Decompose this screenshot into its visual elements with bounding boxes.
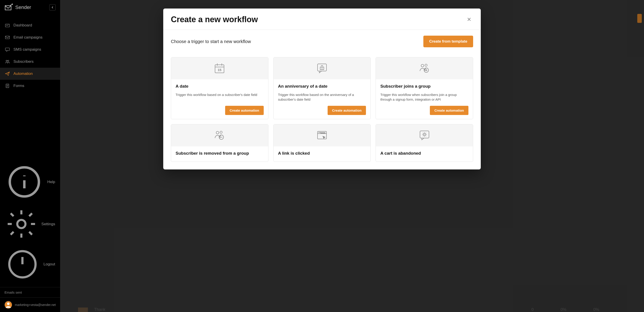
trigger-content: A date Trigger this workflow based on a …	[171, 79, 268, 119]
trigger-content: A link is clicked	[274, 146, 371, 162]
trigger-icon-area	[274, 57, 371, 79]
svg-rect-25	[321, 132, 325, 133]
modal-header: Create a new workflow ✕	[163, 8, 481, 30]
trigger-desc: Trigger this workflow based on the anniv…	[278, 92, 366, 102]
svg-point-17	[425, 64, 427, 66]
svg-point-23	[319, 132, 319, 133]
gift-chat-icon	[316, 62, 328, 75]
trigger-card-cart-abandoned[interactable]: A cart is abandoned	[376, 124, 473, 162]
trigger-btn-row: Create automation	[380, 106, 468, 115]
trigger-icon-area	[171, 124, 268, 146]
trigger-icon-area	[376, 124, 473, 146]
svg-text:15: 15	[218, 68, 222, 72]
app-container: Sender Dashboard Email campaigns SMS cam…	[0, 0, 644, 312]
modal-subtitle: Choose a trigger to start a new workflow	[171, 39, 251, 44]
trigger-btn-row: Create automation	[278, 106, 366, 115]
users-minus-icon	[213, 129, 226, 142]
trigger-icon-area	[274, 124, 371, 146]
trigger-card-date[interactable]: 15 A date Trigger this workflow based on…	[171, 57, 268, 119]
svg-rect-26	[420, 131, 429, 138]
trigger-icon-area: 15	[171, 57, 268, 79]
calendar-icon: 15	[213, 62, 226, 75]
close-icon: ✕	[467, 16, 471, 22]
trigger-card-anniversary[interactable]: An anniversary of a date Trigger this wo…	[273, 57, 371, 119]
trigger-title: Subscriber joins a group	[380, 84, 468, 89]
trigger-card-removed-group[interactable]: Subscriber is removed from a group	[171, 124, 268, 162]
trigger-title: An anniversary of a date	[278, 84, 366, 89]
create-from-template-button[interactable]: Create from template	[423, 36, 473, 47]
trigger-content: Subscriber joins a group Trigger this wo…	[376, 79, 473, 119]
trigger-desc: Trigger this workflow when subscribers j…	[380, 92, 468, 102]
modal-overlay: Create a new workflow ✕ Choose a trigger…	[0, 0, 644, 312]
svg-point-27	[424, 134, 425, 135]
trigger-grid: 15 A date Trigger this workflow based on…	[171, 57, 473, 162]
trigger-btn-row: Create automation	[176, 106, 264, 115]
modal-title: Create a new workflow	[171, 15, 258, 24]
trigger-content: Subscriber is removed from a group	[171, 146, 268, 162]
trigger-icon-area	[376, 57, 473, 79]
trigger-card-join-group[interactable]: Subscriber joins a group Trigger this wo…	[376, 57, 473, 119]
create-workflow-modal: Create a new workflow ✕ Choose a trigger…	[163, 8, 481, 169]
trigger-content: A cart is abandoned	[376, 146, 473, 162]
trigger-title: A cart is abandoned	[380, 151, 468, 156]
users-plus-icon	[418, 62, 431, 75]
trigger-desc: Trigger this workflow based on a subscri…	[176, 92, 264, 102]
create-automation-button[interactable]: Create automation	[328, 106, 366, 115]
svg-point-20	[220, 131, 222, 133]
browser-click-icon	[316, 129, 328, 142]
create-automation-button[interactable]: Create automation	[225, 106, 264, 115]
svg-point-24	[320, 132, 320, 133]
svg-point-19	[216, 131, 219, 134]
modal-subheader: Choose a trigger to start a new workflow…	[171, 30, 473, 53]
modal-body: Choose a trigger to start a new workflow…	[163, 30, 481, 169]
trigger-title: A link is clicked	[278, 151, 366, 156]
trigger-card-link-clicked[interactable]: A link is clicked	[273, 124, 371, 162]
create-automation-button[interactable]: Create automation	[430, 106, 468, 115]
gear-chat-icon	[418, 129, 431, 142]
svg-point-16	[421, 64, 424, 67]
trigger-title: A date	[176, 84, 264, 89]
trigger-title: Subscriber is removed from a group	[176, 151, 264, 156]
trigger-content: An anniversary of a date Trigger this wo…	[274, 79, 371, 119]
modal-close-button[interactable]: ✕	[465, 15, 473, 23]
